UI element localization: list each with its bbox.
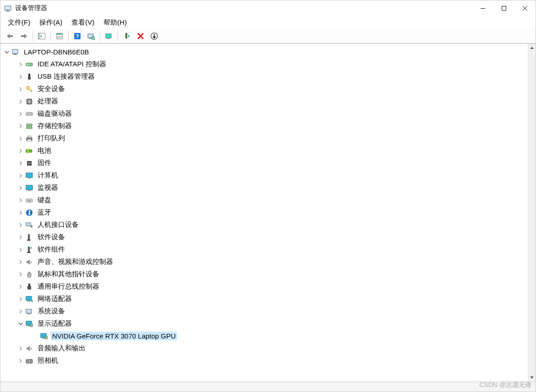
toolbar-show-hide-tree-button[interactable] bbox=[35, 30, 48, 42]
network-icon bbox=[25, 295, 33, 303]
tree-expander[interactable] bbox=[17, 197, 24, 204]
svg-rect-66 bbox=[26, 296, 32, 301]
svg-rect-67 bbox=[27, 301, 30, 301]
close-button[interactable] bbox=[514, 1, 536, 16]
minimize-button[interactable] bbox=[472, 1, 493, 16]
tree-device-label: NVIDIA GeForce RTX 3070 Laptop GPU bbox=[51, 332, 177, 340]
menu-help[interactable]: 帮助(H) bbox=[99, 16, 131, 29]
tree-category[interactable]: 音频输入和输出 bbox=[0, 342, 528, 354]
tree-category[interactable]: 蓝牙 bbox=[0, 206, 528, 219]
menu-action[interactable]: 操作(A) bbox=[35, 16, 67, 29]
ide-icon bbox=[25, 60, 33, 69]
toolbar-uninstall-device-button[interactable] bbox=[134, 30, 147, 42]
tree-expander[interactable] bbox=[17, 271, 24, 278]
tree-root[interactable]: LAPTOP-DBNB6E0B bbox=[0, 46, 528, 58]
svg-rect-4 bbox=[502, 6, 506, 11]
svg-rect-45 bbox=[26, 185, 32, 190]
tree-category[interactable]: 网络适配器 bbox=[0, 293, 528, 305]
tree-category[interactable]: 打印队列 bbox=[0, 132, 528, 145]
svg-rect-59 bbox=[28, 247, 30, 252]
tree-category[interactable]: 鼠标和其他指针设备 bbox=[0, 268, 528, 280]
svg-rect-42 bbox=[28, 162, 31, 165]
software-component-icon bbox=[25, 246, 33, 254]
tree-expander[interactable] bbox=[17, 221, 24, 229]
tree-category[interactable]: 声音、视频和游戏控制器 bbox=[0, 256, 528, 268]
svg-rect-38 bbox=[27, 140, 31, 141]
toolbar-enable-device-button[interactable] bbox=[120, 30, 133, 42]
tree-category[interactable]: 固件 bbox=[0, 157, 528, 169]
tree-category[interactable]: 处理器 bbox=[0, 95, 528, 107]
system-icon bbox=[25, 307, 33, 316]
tree-category[interactable]: 安全设备 bbox=[0, 83, 528, 95]
tree-category[interactable]: 键盘 bbox=[0, 194, 528, 206]
svg-rect-5 bbox=[10, 35, 13, 37]
tree-expander[interactable] bbox=[17, 320, 24, 328]
tree-category[interactable]: 软件组件 bbox=[0, 243, 528, 256]
tree-category-label: 软件组件 bbox=[36, 245, 66, 254]
tree-expander[interactable] bbox=[17, 98, 24, 105]
tree-expander[interactable] bbox=[17, 61, 24, 68]
menu-file[interactable]: 文件(F) bbox=[3, 16, 35, 29]
tree-category[interactable]: 通用串行总线控制器 bbox=[0, 280, 528, 293]
svg-rect-3 bbox=[481, 8, 485, 9]
keyboard-icon bbox=[25, 196, 33, 204]
toolbar: ? bbox=[0, 29, 536, 43]
tree-category[interactable]: IDE ATA/ATAPI 控制器 bbox=[0, 58, 528, 70]
toolbar-separator bbox=[32, 31, 33, 41]
tree-expander[interactable] bbox=[17, 86, 24, 93]
tree-expander[interactable] bbox=[17, 246, 24, 253]
svg-rect-74 bbox=[42, 338, 45, 338]
tree-category[interactable]: 存储控制器 bbox=[0, 120, 528, 132]
vertical-scrollbar[interactable] bbox=[528, 44, 536, 381]
tree-category-label: 系统设备 bbox=[36, 306, 66, 316]
menu-view[interactable]: 查看(V) bbox=[67, 16, 99, 29]
tree-expander[interactable] bbox=[17, 172, 24, 179]
scroll-up-arrow[interactable] bbox=[528, 44, 536, 52]
tree-category[interactable]: USB 连接器管理器 bbox=[0, 70, 528, 83]
svg-rect-24 bbox=[13, 54, 17, 55]
mouse-icon bbox=[25, 270, 33, 279]
tree-expander[interactable] bbox=[17, 184, 24, 192]
toolbar-scan-hardware-button[interactable] bbox=[85, 30, 97, 42]
tree-expander[interactable] bbox=[17, 258, 24, 266]
scroll-down-arrow[interactable] bbox=[528, 374, 536, 381]
usb-plug-icon bbox=[25, 73, 33, 81]
tree-expander[interactable] bbox=[17, 110, 24, 118]
maximize-button[interactable] bbox=[493, 1, 514, 16]
svg-rect-19 bbox=[107, 38, 110, 39]
tree-category[interactable]: 人机接口设备 bbox=[0, 219, 528, 231]
tree-category[interactable]: 系统设备 bbox=[0, 305, 528, 317]
toolbar-add-legacy-hardware-button[interactable] bbox=[148, 30, 161, 42]
tree-category[interactable]: 计算机 bbox=[0, 169, 528, 182]
printer-icon bbox=[25, 134, 33, 143]
tree-expander[interactable] bbox=[17, 234, 24, 241]
tree-expander[interactable] bbox=[3, 48, 11, 56]
tree-category-label: 存储控制器 bbox=[36, 121, 73, 131]
toolbar-properties-button[interactable] bbox=[53, 30, 66, 42]
tree-expander[interactable] bbox=[17, 345, 24, 352]
tree-expander[interactable] bbox=[17, 283, 24, 290]
tree-expander[interactable] bbox=[17, 73, 24, 81]
svg-rect-15 bbox=[88, 34, 93, 38]
toolbar-back-button[interactable] bbox=[4, 30, 16, 42]
tree-expander[interactable] bbox=[17, 295, 24, 303]
tree-device[interactable]: NVIDIA GeForce RTX 3070 Laptop GPU bbox=[0, 330, 528, 342]
tree-category[interactable]: 电池 bbox=[0, 145, 528, 157]
tree-category[interactable]: 软件设备 bbox=[0, 231, 528, 243]
tree-category[interactable]: 磁盘驱动器 bbox=[0, 107, 528, 120]
toolbar-help-button[interactable]: ? bbox=[71, 30, 84, 42]
tree-expander[interactable] bbox=[17, 308, 24, 315]
tree-category[interactable]: 照相机 bbox=[0, 354, 528, 367]
svg-rect-58 bbox=[27, 240, 31, 241]
toolbar-forward-button[interactable] bbox=[17, 30, 30, 42]
device-tree[interactable]: LAPTOP-DBNB6E0B IDE ATA/ATAPI 控制器 USB 连接… bbox=[0, 44, 528, 381]
tree-expander[interactable] bbox=[17, 357, 24, 365]
tree-expander[interactable] bbox=[17, 123, 24, 130]
tree-category[interactable]: 显示适配器 bbox=[0, 317, 528, 330]
tree-expander[interactable] bbox=[17, 209, 24, 216]
tree-expander[interactable] bbox=[17, 147, 24, 155]
toolbar-update-driver-button[interactable] bbox=[103, 30, 115, 42]
tree-expander[interactable] bbox=[17, 160, 24, 167]
tree-expander[interactable] bbox=[17, 135, 24, 142]
tree-category[interactable]: 监视器 bbox=[0, 182, 528, 194]
